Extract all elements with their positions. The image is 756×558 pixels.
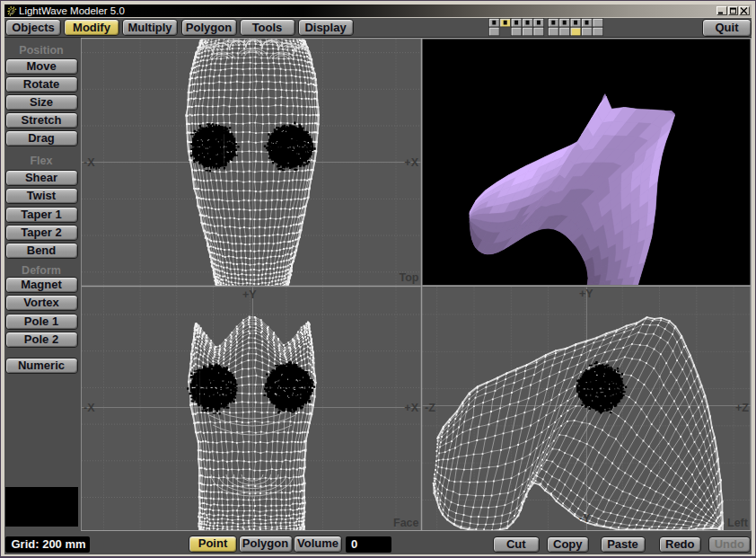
svg-text:Face: Face bbox=[393, 517, 419, 529]
svg-text:Left: Left bbox=[727, 517, 749, 529]
svg-text:-X: -X bbox=[84, 402, 95, 414]
svg-text:+X: +X bbox=[404, 156, 418, 169]
svg-text:+X: +X bbox=[404, 402, 418, 414]
svg-text:-X: -X bbox=[84, 156, 95, 169]
svg-text:+Y: +Y bbox=[242, 288, 257, 301]
svg-text:+Z: +Z bbox=[735, 402, 749, 414]
svg-text:-Z: -Z bbox=[425, 402, 435, 414]
svg-text:-Y: -Y bbox=[579, 512, 591, 525]
svg-text:+Y: +Y bbox=[579, 288, 593, 300]
svg-text:Top: Top bbox=[400, 271, 419, 284]
